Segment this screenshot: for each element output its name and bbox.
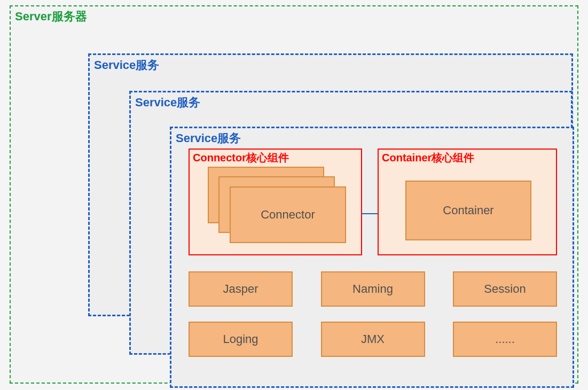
container-core-group: Container核心组件 Container bbox=[378, 149, 557, 255]
connector-core-title: Connector核心组件 bbox=[193, 151, 289, 165]
container-core-title: Container核心组件 bbox=[382, 151, 474, 165]
component-naming: Naming bbox=[321, 271, 425, 307]
service-label-2: Service服务 bbox=[135, 95, 200, 111]
component-jasper: Jasper bbox=[189, 271, 293, 307]
server-container: Server服务器 Service服务 Service服务 Service服务 … bbox=[10, 5, 578, 384]
service-label-1: Service服务 bbox=[94, 57, 159, 73]
component-jmx: JMX bbox=[321, 322, 425, 357]
connector-core-group: Connector核心组件 Connector bbox=[189, 149, 362, 255]
component-more: ...... bbox=[453, 322, 557, 357]
service-box-3: Service服务 Connector核心组件 Connector Contai… bbox=[170, 127, 574, 388]
component-row-1: Jasper Naming Session bbox=[189, 271, 557, 307]
component-session: Session bbox=[453, 271, 557, 307]
container-box: Container bbox=[405, 181, 531, 240]
component-row-2: Loging JMX ...... bbox=[189, 322, 557, 357]
connector-box: Connector bbox=[230, 186, 346, 243]
component-loging: Loging bbox=[189, 322, 293, 357]
server-label: Server服务器 bbox=[15, 9, 87, 25]
service-label-3: Service服务 bbox=[176, 130, 241, 146]
